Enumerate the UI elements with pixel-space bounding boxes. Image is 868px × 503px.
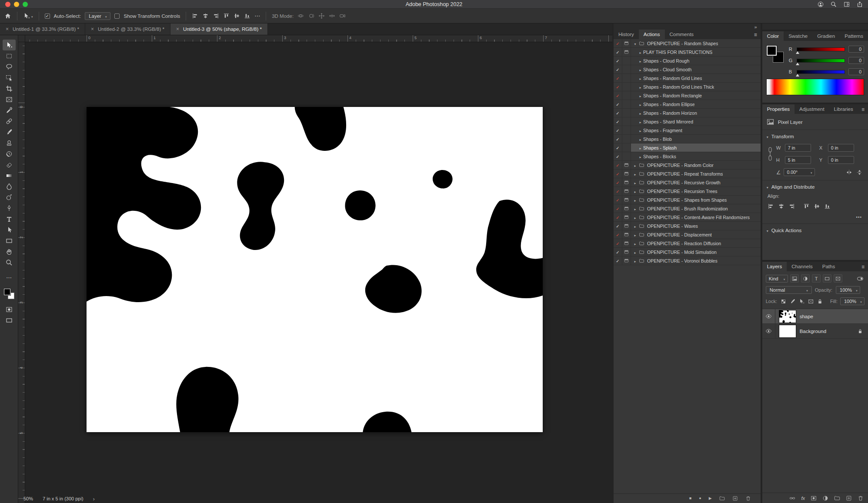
close-tab-icon[interactable] bbox=[176, 26, 179, 32]
layer-row[interactable]: Background bbox=[762, 324, 868, 339]
align-top-edges-button[interactable] bbox=[223, 13, 230, 19]
disclosure-triangle-icon[interactable] bbox=[638, 58, 643, 63]
action-row[interactable]: Shapes - Blob bbox=[614, 135, 761, 143]
action-toggle-checkbox[interactable] bbox=[614, 178, 622, 187]
rectangle-tool[interactable] bbox=[3, 235, 16, 246]
panel-tab[interactable]: Color bbox=[762, 31, 784, 41]
action-toggle-checkbox[interactable] bbox=[614, 109, 622, 117]
action-toggle-checkbox[interactable] bbox=[614, 57, 622, 65]
width-input[interactable]: 7 in bbox=[785, 144, 811, 152]
fullscreen-window-button[interactable] bbox=[23, 2, 28, 7]
disclosure-triangle-icon[interactable] bbox=[632, 258, 638, 263]
link-dimensions-icon[interactable] bbox=[768, 147, 773, 161]
align-right-edges-button[interactable] bbox=[213, 13, 219, 19]
action-row-main[interactable]: Shapes - Shard Mirrored bbox=[631, 117, 761, 126]
blend-mode-dropdown[interactable]: Normal bbox=[766, 286, 812, 294]
delete-action-icon[interactable] bbox=[745, 496, 751, 501]
action-toggle-checkbox[interactable] bbox=[614, 39, 622, 47]
action-row-main[interactable]: OPENPICTURE - Shapes from Shapes bbox=[631, 196, 761, 204]
action-row-main[interactable]: Shapes - Cloud Rough bbox=[631, 57, 761, 65]
action-toggle-checkbox[interactable] bbox=[614, 161, 622, 169]
action-toggle-checkbox[interactable] bbox=[614, 126, 622, 134]
action-row-main[interactable]: OPENPICTURE - Recursion Trees bbox=[631, 187, 761, 195]
lock-transparent-pixels-button[interactable] bbox=[781, 299, 786, 304]
action-dialog-toggle[interactable] bbox=[622, 152, 631, 160]
collapse-section-icon[interactable] bbox=[767, 184, 768, 190]
panel-tab[interactable]: Actions bbox=[639, 30, 665, 39]
object-selection-tool[interactable] bbox=[3, 72, 16, 83]
action-row-main[interactable]: OPENPICTURE - Displacement bbox=[631, 230, 761, 239]
show-transform-controls-checkbox[interactable] bbox=[114, 13, 120, 19]
layer-thumbnail[interactable] bbox=[779, 325, 796, 337]
foreground-background-swatches[interactable] bbox=[766, 45, 785, 63]
edit-toolbar-button[interactable] bbox=[3, 272, 16, 283]
disclosure-triangle-icon[interactable] bbox=[638, 145, 643, 150]
action-dialog-toggle[interactable] bbox=[622, 126, 631, 134]
3d-roll-icon[interactable] bbox=[308, 13, 314, 19]
slider-marker-icon[interactable] bbox=[796, 63, 799, 65]
action-dialog-toggle[interactable] bbox=[622, 109, 631, 117]
delete-layer-button[interactable] bbox=[858, 495, 864, 501]
action-dialog-toggle[interactable] bbox=[622, 100, 631, 108]
height-input[interactable]: 5 in bbox=[785, 156, 811, 164]
layer-visibility-toggle[interactable] bbox=[762, 324, 775, 338]
share-icon[interactable] bbox=[857, 1, 863, 7]
action-row-main[interactable]: OPENPICTURE - Random Color bbox=[631, 161, 761, 169]
panel-tab[interactable]: History bbox=[614, 30, 639, 39]
lock-position-button[interactable] bbox=[799, 299, 805, 304]
x-position-input[interactable]: 0 in bbox=[828, 144, 854, 152]
disclosure-triangle-icon[interactable] bbox=[632, 215, 638, 220]
disclosure-triangle-icon[interactable] bbox=[638, 50, 643, 55]
align-bottom-button[interactable] bbox=[824, 203, 831, 210]
dodge-tool[interactable] bbox=[3, 192, 16, 203]
history-brush-tool[interactable] bbox=[3, 148, 16, 159]
brush-tool[interactable] bbox=[3, 127, 16, 137]
action-row[interactable]: OPENPICTURE - Displacement bbox=[614, 230, 761, 239]
action-dialog-toggle[interactable] bbox=[622, 178, 631, 187]
layer-name[interactable]: Background bbox=[800, 329, 826, 334]
disclosure-triangle-icon[interactable] bbox=[632, 163, 638, 168]
pen-tool[interactable] bbox=[3, 203, 16, 213]
channel-slider-track[interactable] bbox=[797, 70, 845, 74]
action-dialog-toggle[interactable] bbox=[622, 239, 631, 247]
action-dialog-toggle[interactable] bbox=[622, 39, 631, 47]
channel-value-field[interactable]: 0 bbox=[848, 46, 864, 53]
action-row-main[interactable]: OPENPICTURE - Content-Aware Fill Randomi… bbox=[631, 213, 761, 221]
panel-tab[interactable]: Adjustment bbox=[795, 104, 829, 114]
action-row[interactable]: OPENPICTURE - Random Shapes bbox=[614, 39, 761, 48]
action-row[interactable]: Shapes - Splash bbox=[614, 143, 761, 152]
action-toggle-checkbox[interactable] bbox=[614, 213, 622, 221]
action-row-main[interactable]: Shapes - Random Horizon bbox=[631, 109, 761, 117]
action-row[interactable]: OPENPICTURE - Brush Randomization bbox=[614, 204, 761, 213]
action-row[interactable]: OPENPICTURE - Content-Aware Fill Randomi… bbox=[614, 213, 761, 222]
tool-preset-picker[interactable] bbox=[23, 13, 33, 20]
action-dialog-toggle[interactable] bbox=[622, 248, 631, 256]
action-dialog-toggle[interactable] bbox=[622, 57, 631, 65]
filter-type-layers-icon[interactable] bbox=[812, 274, 821, 283]
filter-adjustment-layers-icon[interactable] bbox=[801, 274, 810, 283]
ruler-origin-corner[interactable] bbox=[18, 35, 25, 42]
action-toggle-checkbox[interactable] bbox=[614, 48, 622, 56]
action-dialog-toggle[interactable] bbox=[622, 135, 631, 143]
foreground-background-colors[interactable] bbox=[3, 288, 15, 300]
action-toggle-checkbox[interactable] bbox=[614, 230, 622, 239]
align-bottom-edges-button[interactable] bbox=[244, 13, 250, 19]
flip-horizontal-button[interactable] bbox=[846, 169, 852, 176]
disclosure-triangle-icon[interactable] bbox=[638, 128, 643, 133]
action-dialog-toggle[interactable] bbox=[622, 196, 631, 204]
action-toggle-checkbox[interactable] bbox=[614, 256, 622, 265]
begin-recording-button[interactable]: ● bbox=[699, 496, 701, 500]
action-toggle-checkbox[interactable] bbox=[614, 65, 622, 73]
action-row[interactable]: OPENPICTURE - Waves bbox=[614, 222, 761, 230]
action-row[interactable]: OPENPICTURE - Repeat Transforms bbox=[614, 170, 761, 178]
action-row-main[interactable]: Shapes - Random Ellipse bbox=[631, 100, 761, 108]
3d-camera-icon[interactable] bbox=[339, 13, 346, 19]
collapse-section-icon[interactable] bbox=[767, 134, 768, 139]
action-dialog-toggle[interactable] bbox=[622, 65, 631, 73]
3d-pan-icon[interactable] bbox=[318, 13, 325, 19]
disclosure-triangle-icon[interactable] bbox=[638, 76, 643, 81]
action-row-main[interactable]: Shapes - Cloud Smooth bbox=[631, 65, 761, 73]
action-toggle-checkbox[interactable] bbox=[614, 91, 622, 100]
action-row-main[interactable]: Shapes - Random Rectangle bbox=[631, 91, 761, 100]
panel-tab[interactable]: Libraries bbox=[829, 104, 858, 114]
